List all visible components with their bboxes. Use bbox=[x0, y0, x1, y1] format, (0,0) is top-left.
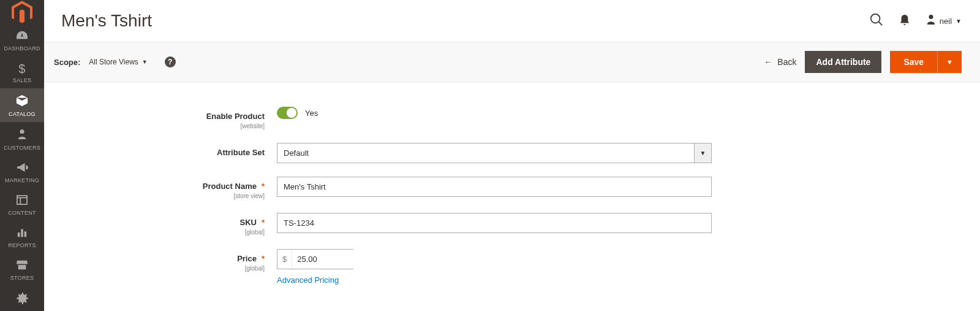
sidebar-label: CONTENT bbox=[8, 210, 36, 216]
search-icon[interactable] bbox=[870, 13, 883, 29]
enable-product-toggle[interactable] bbox=[277, 107, 298, 119]
sidebar-label: SALES bbox=[13, 77, 32, 83]
person-icon bbox=[17, 128, 28, 142]
chart-icon bbox=[16, 227, 28, 240]
gear-icon bbox=[16, 292, 28, 306]
product-name-input[interactable] bbox=[277, 177, 712, 197]
page-title: Men's Tshirt bbox=[61, 11, 152, 31]
sidebar-item-catalog[interactable]: CATALOG bbox=[0, 88, 44, 122]
bell-icon[interactable] bbox=[899, 13, 910, 29]
magento-logo-icon bbox=[12, 1, 32, 24]
scope-selector[interactable]: All Store Views ▼ bbox=[89, 58, 147, 66]
sidebar-item-dashboard[interactable]: DASHBOARD bbox=[0, 24, 44, 56]
sidebar-item-content[interactable]: CONTENT bbox=[0, 188, 44, 221]
magento-logo[interactable] bbox=[0, 0, 44, 24]
field-enable-product: Enable Product [website] Yes bbox=[62, 107, 962, 129]
enable-product-label: Enable Product bbox=[206, 112, 265, 121]
toolbar-right: ← Back Add Attribute Save ▼ bbox=[764, 51, 962, 73]
toolbar-left: Scope: All Store Views ▼ ? bbox=[54, 56, 176, 67]
enable-product-scope: [website] bbox=[62, 123, 265, 129]
sidebar-item-marketing[interactable]: MARKETING bbox=[0, 156, 44, 188]
add-attribute-button[interactable]: Add Attribute bbox=[805, 51, 881, 73]
advanced-pricing-link[interactable]: Advanced Pricing bbox=[277, 275, 353, 285]
sidebar-item-sales[interactable]: $ SALES bbox=[0, 56, 44, 88]
sidebar-label: MARKETING bbox=[5, 177, 39, 183]
arrow-left-icon: ← bbox=[764, 57, 772, 67]
save-button[interactable]: Save bbox=[890, 51, 937, 73]
sidebar-item-customers[interactable]: CUSTOMERS bbox=[0, 122, 44, 156]
page-header: Men's Tshirt neil ▼ bbox=[44, 0, 980, 42]
dollar-icon: $ bbox=[18, 63, 25, 75]
help-icon[interactable]: ? bbox=[165, 56, 176, 67]
toolbar: Scope: All Store Views ▼ ? ← Back Add At… bbox=[44, 42, 980, 82]
required-mark: * bbox=[262, 254, 265, 263]
sidebar-item-reports[interactable]: REPORTS bbox=[0, 221, 44, 253]
attribute-set-select[interactable]: Default ▼ bbox=[277, 143, 712, 163]
box-icon bbox=[15, 94, 29, 109]
scope-value-text: All Store Views bbox=[89, 58, 138, 66]
header-actions: neil ▼ bbox=[870, 13, 962, 29]
user-name: neil bbox=[940, 17, 952, 26]
required-mark: * bbox=[262, 218, 265, 227]
scope-label: Scope: bbox=[54, 58, 80, 67]
chevron-down-icon: ▼ bbox=[695, 143, 712, 163]
price-label: Price bbox=[237, 254, 257, 263]
main-content: Men's Tshirt neil ▼ Scope: All Store Vie… bbox=[44, 0, 980, 311]
sidebar-label: REPORTS bbox=[8, 242, 36, 248]
caret-down-icon: ▼ bbox=[956, 18, 962, 25]
field-price: Price * [global] $ Advanced Pricing bbox=[62, 249, 962, 285]
content-icon bbox=[16, 194, 28, 207]
price-input-wrap: $ bbox=[277, 249, 353, 269]
sku-label: SKU bbox=[239, 218, 256, 227]
back-label: Back bbox=[777, 57, 796, 67]
sidebar-label: CATALOG bbox=[9, 111, 36, 117]
dashboard-icon bbox=[15, 30, 29, 43]
price-scope: [global] bbox=[62, 265, 265, 272]
enable-product-value: Yes bbox=[305, 109, 318, 118]
save-button-group: Save ▼ bbox=[890, 51, 962, 73]
user-menu[interactable]: neil ▼ bbox=[926, 14, 962, 28]
sidebar-label: STORES bbox=[10, 275, 34, 281]
store-icon bbox=[16, 259, 28, 272]
field-sku: SKU * [global] bbox=[62, 213, 962, 236]
product-name-label: Product Name bbox=[203, 182, 257, 191]
field-attribute-set: Attribute Set Default ▼ bbox=[62, 143, 962, 163]
sku-input[interactable] bbox=[277, 213, 712, 233]
price-currency: $ bbox=[277, 250, 292, 269]
required-mark: * bbox=[262, 182, 265, 191]
person-icon bbox=[926, 14, 936, 28]
sku-scope: [global] bbox=[62, 229, 265, 236]
field-product-name: Product Name * [store view] bbox=[62, 177, 962, 199]
product-name-scope: [store view] bbox=[62, 193, 265, 199]
megaphone-icon bbox=[16, 162, 28, 175]
back-button[interactable]: ← Back bbox=[764, 57, 796, 67]
save-dropdown-button[interactable]: ▼ bbox=[937, 51, 962, 73]
form-area: Enable Product [website] Yes Attribute S… bbox=[44, 82, 980, 311]
price-input[interactable] bbox=[292, 250, 405, 269]
sidebar-label: CUSTOMERS bbox=[4, 145, 40, 151]
attribute-set-value: Default bbox=[277, 143, 695, 163]
sidebar-label: DASHBOARD bbox=[4, 45, 40, 52]
sidebar: DASHBOARD $ SALES CATALOG CUSTOMERS MARK… bbox=[0, 0, 44, 311]
attribute-set-label: Attribute Set bbox=[217, 148, 265, 157]
sidebar-item-system[interactable] bbox=[0, 286, 44, 311]
caret-down-icon: ▼ bbox=[142, 59, 148, 65]
sidebar-item-stores[interactable]: STORES bbox=[0, 253, 44, 286]
